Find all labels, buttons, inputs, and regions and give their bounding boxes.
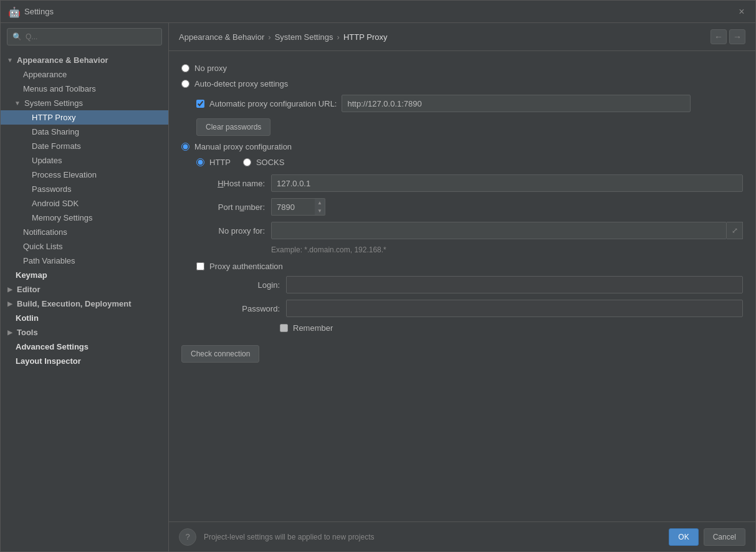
ok-button[interactable]: OK	[669, 528, 698, 546]
auth-fields: Login: Password: Remember	[211, 276, 743, 333]
socks-protocol-radio[interactable]	[243, 158, 251, 166]
sidebar-item-tools[interactable]: ▶ Tools	[1, 325, 168, 340]
no-proxy-row: No proxy	[181, 64, 743, 73]
http-protocol-label[interactable]: HTTP	[209, 158, 231, 167]
example-text: Example: *.domain.com, 192.168.*	[271, 245, 743, 254]
no-proxy-for-row: No proxy for: ⤢	[196, 222, 743, 239]
clear-passwords-button[interactable]: Clear passwords	[196, 118, 270, 136]
auto-detect-row: Auto-detect proxy settings	[181, 79, 743, 88]
host-name-label: HHost name:	[196, 179, 265, 188]
sidebar-item-process-elevation[interactable]: Process Elevation	[1, 168, 168, 182]
auto-config-checkbox-label[interactable]: Automatic proxy configuration URL:	[209, 99, 337, 108]
port-decrement-button[interactable]: ▼	[315, 207, 325, 215]
footer-info-text: Project-level settings will be applied t…	[204, 533, 374, 541]
password-label: Password:	[211, 304, 280, 313]
manual-proxy-label[interactable]: Manual proxy configuration	[194, 142, 292, 151]
breadcrumb-part2: System Settings	[275, 32, 333, 42]
expand-arrow-icon: ▼	[6, 56, 14, 65]
sidebar-item-data-sharing[interactable]: Data Sharing	[1, 125, 168, 139]
port-increment-button[interactable]: ▲	[315, 199, 325, 207]
proxy-auth-label[interactable]: Proxy authentication	[209, 262, 283, 271]
port-number-label: Port number:	[196, 202, 265, 212]
main-content: 🔍 ▼ Appearance & Behavior Appearance Men…	[1, 23, 755, 551]
auto-config-url-input[interactable]	[342, 95, 691, 112]
password-input[interactable]	[286, 300, 743, 317]
footer: ? Project-level settings will be applied…	[169, 521, 755, 551]
help-button[interactable]: ?	[179, 528, 196, 546]
host-name-input[interactable]	[271, 174, 743, 192]
sidebar-item-memory-settings[interactable]: Memory Settings	[1, 211, 168, 225]
cancel-button[interactable]: Cancel	[704, 528, 745, 546]
manual-proxy-section: HTTP SOCKS HHost name:	[196, 158, 743, 333]
no-proxy-label[interactable]: No proxy	[194, 64, 227, 73]
breadcrumb-sep1: ›	[268, 32, 270, 42]
editor-arrow-icon: ▶	[6, 285, 14, 294]
nav-tree: ▼ Appearance & Behavior Appearance Menus…	[1, 50, 168, 551]
window-title: Settings	[24, 7, 54, 16]
system-settings-arrow-icon: ▼	[13, 99, 22, 108]
proxy-auth-section: Proxy authentication Login: Password:	[196, 262, 743, 333]
remember-row: Remember	[280, 323, 743, 333]
sidebar-item-build-execution[interactable]: ▶ Build, Execution, Deployment	[1, 297, 168, 311]
search-box[interactable]: 🔍	[7, 28, 162, 45]
breadcrumb-bar: Appearance & Behavior › System Settings …	[169, 23, 755, 51]
close-button[interactable]: ×	[735, 6, 748, 18]
auto-config-checkbox[interactable]	[196, 100, 204, 108]
breadcrumb-back-button[interactable]: ←	[711, 29, 727, 44]
breadcrumb-forward-button[interactable]: →	[729, 29, 745, 44]
socks-protocol-label[interactable]: SOCKS	[256, 158, 285, 167]
build-arrow-icon: ▶	[6, 300, 14, 308]
host-name-row: HHost name:	[196, 174, 743, 192]
manual-proxy-radio[interactable]	[181, 143, 189, 151]
port-number-input[interactable]	[271, 198, 315, 216]
sidebar-item-android-sdk[interactable]: Android SDK	[1, 196, 168, 211]
sidebar-item-editor[interactable]: ▶ Editor	[1, 282, 168, 297]
right-panel: Appearance & Behavior › System Settings …	[169, 23, 755, 551]
remember-label[interactable]: Remember	[293, 323, 333, 333]
sidebar-item-layout-inspector[interactable]: Layout Inspector	[1, 354, 168, 368]
sidebar-item-menus-toolbars[interactable]: Menus and Toolbars	[1, 82, 168, 96]
auto-detect-section: Automatic proxy configuration URL: Clear…	[196, 95, 743, 136]
auto-detect-label[interactable]: Auto-detect proxy settings	[194, 79, 288, 88]
remember-checkbox[interactable]	[280, 324, 288, 332]
manual-proxy-row: Manual proxy configuration	[181, 142, 743, 151]
sidebar-item-kotlin[interactable]: Kotlin	[1, 311, 168, 325]
settings-window: 🤖 Settings × 🔍 ▼ Appearance & Behavior A…	[0, 0, 756, 552]
no-proxy-expand-button[interactable]: ⤢	[727, 222, 743, 239]
sidebar-item-appearance-behavior[interactable]: ▼ Appearance & Behavior	[1, 53, 168, 67]
search-icon: 🔍	[12, 32, 22, 41]
breadcrumb-part1: Appearance & Behavior	[179, 32, 264, 42]
sidebar-item-updates[interactable]: Updates	[1, 153, 168, 168]
no-proxy-for-label: No proxy for:	[196, 226, 265, 236]
port-spinner-buttons: ▲ ▼	[315, 198, 325, 216]
login-input[interactable]	[286, 276, 743, 293]
proxy-auth-checkbox[interactable]	[196, 262, 204, 270]
app-icon: 🤖	[8, 6, 19, 17]
login-label: Login:	[211, 280, 280, 290]
check-connection-section: Check connection	[181, 345, 743, 363]
sidebar-item-advanced-settings[interactable]: Advanced Settings	[1, 340, 168, 354]
port-number-row: Port number: ▲ ▼	[196, 198, 743, 216]
sidebar-item-date-formats[interactable]: Date Formats	[1, 139, 168, 153]
check-connection-button[interactable]: Check connection	[181, 345, 259, 363]
no-proxy-for-input[interactable]	[271, 222, 727, 239]
breadcrumb-part3: HTTP Proxy	[343, 32, 388, 42]
sidebar-item-path-variables[interactable]: Path Variables	[1, 254, 168, 268]
sidebar-item-appearance[interactable]: Appearance	[1, 67, 168, 82]
http-protocol-radio[interactable]	[196, 158, 204, 166]
no-proxy-radio[interactable]	[181, 64, 189, 72]
sidebar: 🔍 ▼ Appearance & Behavior Appearance Men…	[1, 23, 169, 551]
auto-config-url-row: Automatic proxy configuration URL:	[196, 95, 743, 112]
sidebar-item-notifications[interactable]: Notifications	[1, 225, 168, 239]
sidebar-item-keymap[interactable]: Keymap	[1, 268, 168, 282]
sidebar-item-quick-lists[interactable]: Quick Lists	[1, 239, 168, 254]
port-spinner: ▲ ▼	[271, 198, 325, 216]
proxy-auth-row: Proxy authentication	[196, 262, 743, 271]
auto-detect-radio[interactable]	[181, 80, 189, 88]
sidebar-item-http-proxy[interactable]: HTTP Proxy	[1, 110, 168, 125]
http-socks-row: HTTP SOCKS	[196, 158, 743, 167]
search-input[interactable]	[26, 32, 156, 41]
sidebar-item-system-settings[interactable]: ▼ System Settings	[1, 96, 168, 110]
expand-icon: ⤢	[732, 226, 738, 235]
sidebar-item-passwords[interactable]: Passwords	[1, 182, 168, 196]
